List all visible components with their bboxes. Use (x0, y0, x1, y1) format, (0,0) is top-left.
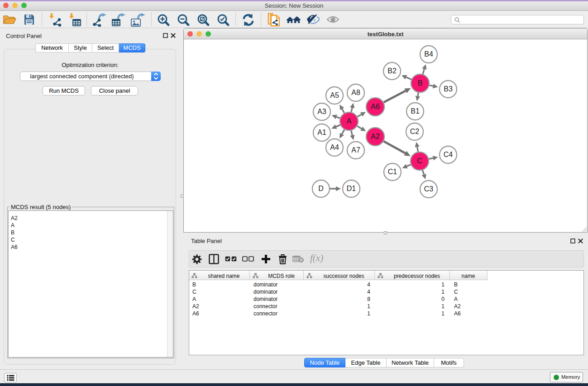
svg-text:D: D (318, 185, 324, 192)
svg-text:C2: C2 (410, 128, 420, 135)
svg-text:A7: A7 (351, 146, 360, 154)
svg-text:D1: D1 (347, 185, 356, 192)
svg-text:A1: A1 (317, 129, 326, 136)
svg-text:A2: A2 (371, 133, 380, 140)
svg-text:C1: C1 (388, 168, 397, 176)
svg-text:B4: B4 (424, 50, 433, 58)
svg-text:C4: C4 (444, 151, 453, 158)
svg-text:B: B (418, 79, 423, 87)
svg-text:C: C (417, 157, 422, 165)
svg-text:B3: B3 (444, 85, 453, 93)
svg-text:B2: B2 (387, 67, 397, 75)
svg-text:A4: A4 (330, 143, 339, 151)
svg-text:A3: A3 (317, 108, 326, 115)
svg-text:A6: A6 (371, 103, 380, 110)
svg-text:A5: A5 (330, 91, 339, 99)
svg-text:C3: C3 (424, 185, 434, 193)
svg-text:A: A (347, 117, 352, 125)
svg-text:A8: A8 (351, 89, 360, 96)
svg-text:B1: B1 (411, 107, 420, 115)
